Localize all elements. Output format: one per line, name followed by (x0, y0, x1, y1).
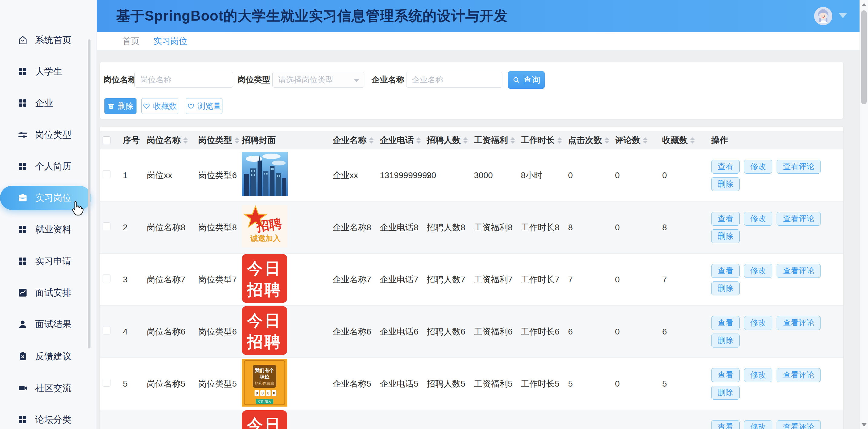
sort-arrows-icon[interactable] (604, 137, 609, 144)
tab-2[interactable]: 实习岗位 (153, 35, 187, 47)
row-checkbox[interactable] (102, 326, 111, 335)
edit-button[interactable]: 修改 (744, 316, 772, 330)
view-comments-button[interactable]: 查看评论 (777, 368, 821, 382)
sidebar-item-3[interactable]: 企业 (0, 91, 91, 115)
scroll-down-icon[interactable] (862, 423, 867, 427)
sort-arrows-icon[interactable] (557, 137, 562, 144)
sort-arrows-icon[interactable] (463, 137, 468, 144)
window-scrollbar[interactable] (860, 0, 868, 429)
user-avatar[interactable] (814, 7, 832, 25)
view-button[interactable]: 查看 (711, 212, 740, 226)
select-caret-icon (354, 79, 359, 82)
row-checkbox[interactable] (102, 170, 111, 178)
sort-arrows-icon[interactable] (369, 137, 374, 144)
column-header[interactable]: 企业电话 (380, 135, 427, 146)
sidebar-item-12[interactable]: 社区交流 (0, 376, 91, 400)
tab-1[interactable]: 首页 (123, 35, 140, 47)
table-row: 1 岗位xx 岗位类型6 企业xx 13199999999 20 3000 8小… (100, 149, 843, 201)
sidebar-item-label: 面试安排 (35, 287, 71, 299)
cell-comments: 0 (615, 379, 662, 389)
column-header[interactable]: 岗位类型 (198, 135, 242, 146)
edit-button[interactable]: 修改 (744, 160, 772, 174)
sort-arrows-icon[interactable] (416, 137, 421, 144)
column-header-label: 招聘人数 (427, 135, 461, 146)
cell-clicks: 5 (568, 379, 615, 389)
select-all-checkbox[interactable] (102, 136, 111, 144)
view-button[interactable]: 查看 (711, 420, 740, 429)
sort-arrows-icon[interactable] (690, 137, 695, 144)
view-button[interactable]: 查看 (711, 160, 740, 174)
cell-clicks: 8 (568, 223, 615, 232)
cell-favorites: 5 (662, 379, 711, 389)
row-checkbox[interactable] (102, 275, 111, 282)
edit-button[interactable]: 修改 (744, 368, 772, 382)
sidebar-item-2[interactable]: 大学生 (0, 59, 91, 84)
sort-arrows-icon[interactable] (235, 137, 239, 144)
view-comments-button[interactable]: 查看评论 (777, 160, 821, 174)
sidebar-item-4[interactable]: 岗位类型 (0, 123, 91, 147)
scrollbar-thumb[interactable] (861, 10, 867, 104)
cell-job-type: 岗位类型8 (198, 222, 242, 233)
sidebar-item-label: 实习岗位 (35, 192, 71, 204)
column-header[interactable]: 工作时长 (521, 135, 568, 146)
cell-job-type: 岗位类型6 (198, 170, 242, 181)
sidebar-item-8[interactable]: 实习申请 (0, 249, 91, 273)
bulk-delete-button[interactable]: 删除 (104, 98, 136, 114)
sidebar-item-7[interactable]: 就业资料 (0, 217, 91, 241)
sort-favorites-button[interactable]: 收藏数 (141, 98, 178, 114)
view-button[interactable]: 查看 (711, 316, 740, 330)
sidebar-item-6[interactable]: 实习岗位 (0, 186, 91, 210)
sort-arrows-icon[interactable] (183, 137, 188, 144)
filter-row: 岗位名称 岗位类型 请选择岗位类型 企业名称 查询 (100, 71, 843, 88)
sidebar-item-13[interactable]: 论坛分类 (0, 407, 91, 429)
column-header[interactable]: 工资福利 (474, 135, 521, 146)
table-row: 4 岗位名称6 岗位类型6 今日招聘 企业名称6 企业电话6 招聘人数6 工资福… (100, 306, 843, 358)
row-checkbox[interactable] (102, 379, 111, 387)
job-cover-image: 今日招聘 (242, 306, 287, 355)
sidebar-item-5[interactable]: 个人简历 (0, 154, 91, 178)
view-button[interactable]: 查看 (711, 264, 740, 278)
sidebar-item-label: 大学生 (35, 65, 62, 78)
column-header[interactable]: 招聘人数 (427, 135, 474, 146)
delete-button[interactable]: 删除 (711, 229, 740, 243)
sidebar-item-9[interactable]: 面试安排 (0, 281, 91, 305)
scroll-up-icon[interactable] (862, 3, 867, 6)
delete-button[interactable]: 删除 (711, 177, 740, 191)
cell-phone: 企业电话6 (380, 326, 427, 338)
view-button[interactable]: 查看 (711, 368, 740, 382)
delete-button[interactable]: 删除 (711, 386, 740, 400)
edit-button[interactable]: 修改 (744, 264, 772, 278)
cell-favorites: 7 (662, 275, 711, 285)
user-menu-caret-icon[interactable] (839, 13, 847, 18)
column-header[interactable]: 评论数 (615, 135, 662, 146)
sidebar-item-10[interactable]: 面试结果 (0, 312, 91, 336)
job-type-select[interactable]: 请选择岗位类型 (272, 72, 364, 88)
edit-button[interactable]: 修改 (744, 420, 772, 429)
sort-views-button[interactable]: 浏览量 (186, 98, 222, 114)
column-header-label: 工作时长 (521, 135, 555, 146)
column-header[interactable]: 企业名称 (333, 135, 380, 146)
sort-arrows-icon[interactable] (643, 137, 648, 144)
sort-views-label: 浏览量 (198, 101, 221, 112)
cell-comments: 0 (615, 223, 662, 232)
row-checkbox[interactable] (102, 222, 111, 230)
view-comments-button[interactable]: 查看评论 (777, 264, 821, 278)
view-comments-button[interactable]: 查看评论 (777, 316, 821, 330)
view-comments-button[interactable]: 查看评论 (777, 420, 821, 429)
delete-button[interactable]: 删除 (711, 282, 740, 295)
column-header[interactable]: 收藏数 (662, 135, 711, 146)
company-name-input[interactable] (406, 72, 502, 88)
sidebar-item-1[interactable]: 系统首页 (0, 28, 91, 52)
sidebar-item-11[interactable]: 反馈建议 (0, 344, 91, 368)
delete-button[interactable]: 删除 (711, 334, 740, 347)
view-comments-button[interactable]: 查看评论 (777, 212, 821, 226)
search-button[interactable]: 查询 (508, 71, 545, 89)
cell-job-type: 岗位类型6 (198, 326, 242, 338)
column-header[interactable]: 岗位名称 (147, 135, 198, 146)
sort-arrows-icon[interactable] (510, 137, 515, 144)
edit-button[interactable]: 修改 (744, 212, 772, 226)
job-name-input[interactable] (134, 72, 233, 88)
sidebar-scrollbar[interactable] (88, 39, 91, 348)
column-header[interactable]: 点击次数 (568, 135, 615, 146)
sidebar: 系统首页大学生企业岗位类型个人简历实习岗位就业资料实习申请面试安排面试结果反馈建… (0, 0, 97, 429)
